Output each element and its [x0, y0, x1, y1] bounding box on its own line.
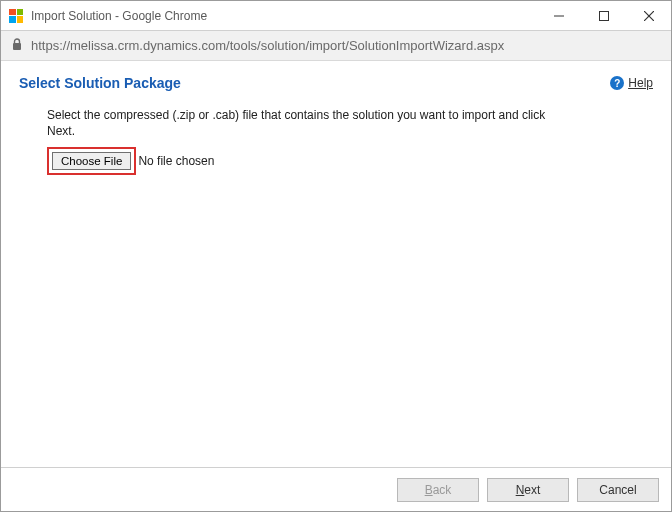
minimize-button[interactable] — [536, 1, 581, 30]
file-status-text: No file chosen — [138, 154, 214, 168]
instruction-text: Select the compressed (.zip or .cab) fil… — [47, 107, 567, 139]
svg-rect-4 — [13, 43, 21, 50]
cancel-button[interactable]: Cancel — [577, 478, 659, 502]
minimize-icon — [554, 11, 564, 21]
help-icon: ? — [610, 76, 624, 90]
choose-file-highlight: Choose File — [47, 147, 136, 175]
help-label-rest: elp — [637, 76, 653, 90]
maximize-button[interactable] — [581, 1, 626, 30]
next-button[interactable]: Next — [487, 478, 569, 502]
wizard-content: Select Solution Package ? Help Select th… — [1, 61, 671, 467]
help-mnemonic: H — [628, 76, 637, 90]
svg-rect-1 — [599, 11, 608, 20]
address-bar: https://melissa.crm.dynamics.com/tools/s… — [1, 31, 671, 61]
window-controls — [536, 1, 671, 30]
app-logo-icon — [9, 9, 23, 23]
lock-icon — [11, 38, 23, 54]
wizard-footer: Back Next Cancel — [1, 467, 671, 511]
maximize-icon — [599, 11, 609, 21]
window-titlebar: Import Solution - Google Chrome — [1, 1, 671, 31]
page-title: Select Solution Package — [19, 75, 181, 91]
choose-file-button[interactable]: Choose File — [52, 152, 131, 170]
file-picker-row: Choose File No file chosen — [47, 147, 653, 175]
close-icon — [644, 11, 654, 21]
close-button[interactable] — [626, 1, 671, 30]
window-title: Import Solution - Google Chrome — [31, 9, 207, 23]
back-button[interactable]: Back — [397, 478, 479, 502]
url-text[interactable]: https://melissa.crm.dynamics.com/tools/s… — [31, 38, 504, 53]
help-link[interactable]: ? Help — [610, 76, 653, 90]
